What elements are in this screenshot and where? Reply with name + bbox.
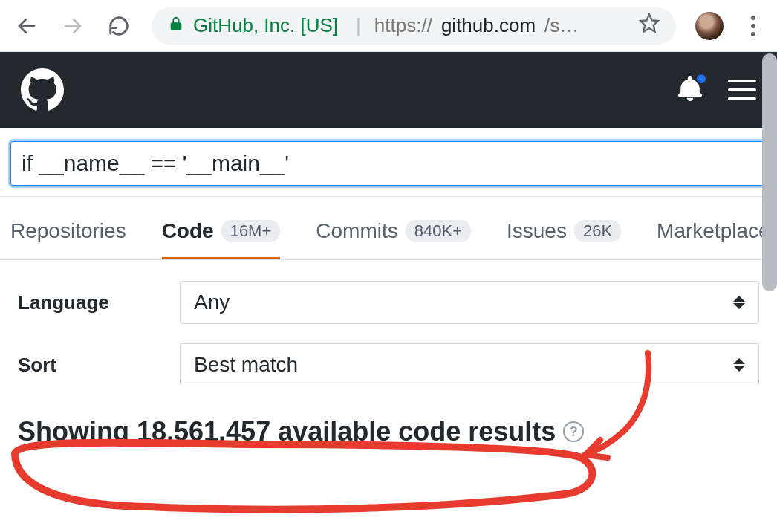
svg-marker-2 [640, 14, 657, 31]
select-value: Any [194, 291, 230, 314]
tab-code[interactable]: Code 16M+ [162, 219, 281, 259]
url-scheme: https:// [374, 14, 432, 37]
tab-label: Repositories [10, 219, 126, 243]
notifications-bell-icon[interactable] [677, 76, 703, 104]
tab-count: 840K+ [406, 220, 471, 242]
result-tabs: Repositories Code 16M+ Commits 840K+ Iss… [0, 197, 777, 260]
separator: | [356, 14, 361, 37]
annotation-circle [15, 443, 592, 510]
updown-caret-icon [733, 296, 745, 309]
url-path: /s… [544, 14, 579, 37]
url-host: github.com [441, 14, 536, 37]
ev-cert-name: GitHub, Inc. [US] [193, 14, 338, 37]
tab-commits[interactable]: Commits 840K+ [316, 219, 471, 259]
profile-avatar[interactable] [695, 12, 724, 40]
updown-caret-icon [733, 358, 745, 372]
reload-button[interactable] [105, 13, 132, 39]
tab-repositories[interactable]: Repositories [10, 219, 126, 259]
scrollbar-thumb[interactable] [762, 53, 777, 291]
notification-dot [695, 73, 707, 85]
address-bar[interactable]: GitHub, Inc. [US] | https://github.com/s… [152, 7, 676, 45]
tab-label: Marketplace [657, 219, 770, 243]
results-summary: Showing 18,561,457 available code result… [0, 406, 777, 447]
results-text: Showing 18,561,457 available code result… [18, 416, 556, 447]
filters: Language Any Sort Best match [0, 260, 777, 386]
bookmark-star-icon[interactable] [639, 13, 660, 39]
github-header [0, 52, 777, 128]
filter-language-label: Language [18, 291, 159, 314]
hamburger-menu-icon[interactable] [728, 80, 756, 100]
browser-menu-button[interactable] [743, 16, 764, 36]
back-button[interactable] [13, 13, 40, 39]
filter-sort-row: Sort Best match [18, 343, 759, 386]
tab-marketplace[interactable]: Marketplace [657, 219, 770, 259]
filter-language-row: Language Any [18, 281, 759, 324]
tab-count: 26K [574, 220, 621, 242]
search-row [0, 128, 777, 197]
forward-button[interactable] [59, 13, 86, 39]
filter-sort-label: Sort [18, 354, 159, 377]
search-input[interactable] [10, 141, 767, 186]
help-icon[interactable]: ? [563, 421, 584, 442]
tab-count: 16M+ [221, 220, 281, 242]
select-value: Best match [194, 353, 298, 377]
lock-icon [168, 14, 184, 37]
tab-label: Code [162, 219, 214, 243]
github-logo-icon[interactable] [21, 68, 64, 111]
sort-select[interactable]: Best match [180, 343, 759, 386]
tab-label: Issues [507, 219, 567, 243]
tab-issues[interactable]: Issues 26K [507, 219, 621, 259]
tab-label: Commits [316, 219, 397, 243]
browser-toolbar: GitHub, Inc. [US] | https://github.com/s… [0, 0, 777, 52]
language-select[interactable]: Any [180, 281, 759, 324]
